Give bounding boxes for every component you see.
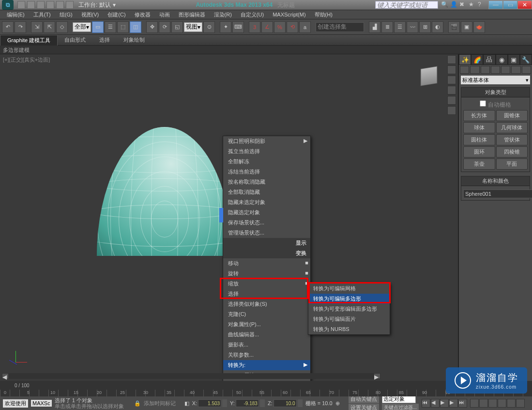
material-icon[interactable]: ◐ bbox=[432, 21, 443, 33]
object-type-button[interactable]: 茶壶 bbox=[463, 158, 495, 170]
ctx-item[interactable]: 对象属性(P)... bbox=[223, 319, 310, 330]
unlink-icon[interactable]: ⇱ bbox=[44, 21, 55, 33]
qat-redo-icon[interactable] bbox=[56, 1, 64, 9]
object-name-input[interactable] bbox=[463, 189, 532, 198]
select-icon[interactable]: ▭ bbox=[92, 21, 104, 33]
object-type-button[interactable]: 几何球体 bbox=[496, 122, 528, 133]
ribbon-panel-label[interactable]: 多边形建模 bbox=[3, 47, 30, 53]
autogrid-checkbox[interactable] bbox=[480, 100, 486, 107]
time-tag-icon[interactable]: ⊕ bbox=[335, 400, 340, 407]
zoom-all-icon[interactable] bbox=[479, 399, 488, 408]
coord-x-input[interactable] bbox=[198, 399, 221, 407]
ctx-item[interactable]: 全部取消隐藏 bbox=[223, 187, 310, 197]
key-filters-button[interactable]: 关键点过滤器... bbox=[382, 404, 419, 410]
render-icon[interactable]: 🫖 bbox=[473, 21, 485, 33]
orbit-icon[interactable] bbox=[498, 399, 506, 408]
ctx-item[interactable]: 全部解冻 bbox=[223, 157, 310, 167]
scroll-left-icon[interactable]: ◀ bbox=[2, 373, 9, 379]
menu-grapheditors[interactable]: 图形编辑器 bbox=[175, 10, 209, 19]
ctx-item[interactable]: 缩放■ bbox=[223, 279, 310, 289]
ctx-item[interactable]: 旋转■ bbox=[223, 268, 310, 279]
maximize-button[interactable]: ▭ bbox=[503, 0, 517, 9]
ctx-item[interactable]: 移动■ bbox=[223, 258, 310, 268]
goto-end-icon[interactable]: ⏭ bbox=[458, 399, 467, 408]
ortho-icon[interactable]: a bbox=[299, 21, 311, 33]
object-type-button[interactable]: 长方体 bbox=[463, 110, 495, 121]
link-icon[interactable]: ⇲ bbox=[31, 21, 43, 33]
curve-editor-icon[interactable]: 〰 bbox=[407, 21, 418, 33]
brush-icon[interactable] bbox=[447, 65, 456, 74]
percent-snap-icon[interactable]: % bbox=[274, 21, 286, 33]
menu-group[interactable]: 组(G) bbox=[56, 10, 76, 19]
setkey-button[interactable]: 设置关键点 bbox=[349, 404, 379, 410]
play-icon[interactable]: ▶ bbox=[440, 399, 449, 408]
zoom-icon[interactable] bbox=[470, 399, 479, 408]
sphere-object[interactable] bbox=[97, 127, 232, 311]
tab-modify-icon[interactable]: 🌈 bbox=[471, 54, 483, 65]
tab-graphite[interactable]: Graphite 建模工具 bbox=[0, 35, 58, 46]
horizontal-scrollbar[interactable]: ◀ ▶ bbox=[2, 373, 380, 379]
tab-objectpaint[interactable]: 对象绘制 bbox=[117, 35, 152, 45]
menu-view[interactable]: 视图(V) bbox=[77, 10, 103, 19]
category-dropdown[interactable]: 标准基本体▾ bbox=[461, 76, 530, 84]
mirror-icon[interactable]: ▟ bbox=[369, 21, 380, 33]
favorite-icon[interactable]: ★ bbox=[469, 1, 476, 9]
ctx-sub-item[interactable]: 转换为可编辑面片 bbox=[308, 314, 390, 324]
ctx-item[interactable]: 摄影表... bbox=[223, 340, 310, 350]
angle-snap-icon[interactable]: ∠ bbox=[261, 21, 273, 33]
tab-freeform[interactable]: 自由形式 bbox=[58, 35, 92, 45]
qat-undo-icon[interactable] bbox=[46, 1, 54, 9]
tab-hierarchy-icon[interactable]: 品 bbox=[483, 54, 495, 65]
object-type-button[interactable]: 圆锥体 bbox=[496, 110, 528, 121]
menu-tools[interactable]: 工具(T) bbox=[30, 10, 55, 19]
hierarchy-icon[interactable] bbox=[447, 76, 456, 84]
object-type-button[interactable]: 球体 bbox=[463, 122, 495, 133]
light-icon[interactable] bbox=[447, 55, 456, 64]
qat-open-icon[interactable] bbox=[27, 1, 35, 9]
ctx-item[interactable]: 转换为:▶ bbox=[223, 360, 310, 370]
menu-edit[interactable]: 编辑(E) bbox=[3, 10, 29, 19]
menu-maxscript[interactable]: MAXScript(M) bbox=[269, 11, 309, 18]
viewcube[interactable] bbox=[414, 63, 443, 92]
lights-icon[interactable] bbox=[481, 66, 490, 74]
ctx-item[interactable]: 按名称取消隐藏 bbox=[223, 177, 310, 187]
exchange-icon[interactable]: ✖ bbox=[459, 1, 467, 9]
minimize-button[interactable]: — bbox=[488, 0, 503, 9]
search-icon[interactable]: 🔍 bbox=[441, 1, 449, 9]
snap-toggle-icon[interactable]: 3 bbox=[249, 21, 260, 33]
object-type-button[interactable]: 圆柱体 bbox=[463, 134, 495, 145]
goto-start-icon[interactable]: ⏮ bbox=[422, 399, 430, 408]
move-icon[interactable]: ✥ bbox=[146, 21, 158, 33]
workspace-selector[interactable]: 工作台: 默认 bbox=[78, 1, 111, 9]
qat-new-icon[interactable] bbox=[17, 1, 25, 9]
ctx-item[interactable]: 视口照明和阴影▶ bbox=[223, 136, 310, 146]
select-name-icon[interactable]: ☰ bbox=[105, 21, 116, 33]
spacewarps-icon[interactable] bbox=[511, 66, 520, 74]
object-type-button[interactable]: 四棱锥 bbox=[496, 146, 528, 158]
object-type-button[interactable]: 管状体 bbox=[496, 134, 528, 145]
maxscript-mini-label[interactable]: MAXSc bbox=[31, 400, 52, 407]
maximize-viewport-icon[interactable] bbox=[516, 399, 525, 408]
ctx-item[interactable]: 克隆(C) bbox=[223, 309, 310, 319]
rollout-header[interactable]: 对象类型 bbox=[461, 88, 530, 97]
viewport[interactable]: [+][正交][真实+边面] bbox=[0, 54, 458, 381]
tab-utilities-icon[interactable]: 🔧 bbox=[520, 54, 532, 65]
close-button[interactable]: ✕ bbox=[517, 0, 532, 9]
schematic-icon[interactable]: ⊞ bbox=[419, 21, 431, 33]
scroll-right-icon[interactable]: ▶ bbox=[374, 373, 380, 379]
ctx-sub-item[interactable]: 转换为可编辑多边形 bbox=[308, 294, 390, 304]
prev-frame-icon[interactable]: ◀ bbox=[431, 399, 440, 408]
help-search-input[interactable] bbox=[375, 1, 438, 9]
tab-create-icon[interactable]: ✨ bbox=[459, 54, 471, 65]
render-frame-icon[interactable]: ▣ bbox=[461, 21, 472, 33]
coord-z-input[interactable] bbox=[274, 399, 297, 407]
layers-icon[interactable]: ☰ bbox=[394, 21, 406, 33]
tab-selection[interactable]: 选择 bbox=[92, 35, 117, 45]
ctx-item[interactable]: 隐藏未选定对象 bbox=[223, 197, 310, 207]
ctx-item[interactable]: 冻结当前选择 bbox=[223, 167, 310, 177]
signin-icon[interactable]: 👤 bbox=[450, 1, 458, 9]
ctx-item[interactable]: 隐藏选定对象 bbox=[223, 207, 310, 218]
next-frame-icon[interactable]: ▶ bbox=[449, 399, 458, 408]
ctx-item[interactable]: 选择类似对象(S) bbox=[223, 299, 310, 309]
window-crossing-icon[interactable]: ◫ bbox=[130, 21, 141, 33]
